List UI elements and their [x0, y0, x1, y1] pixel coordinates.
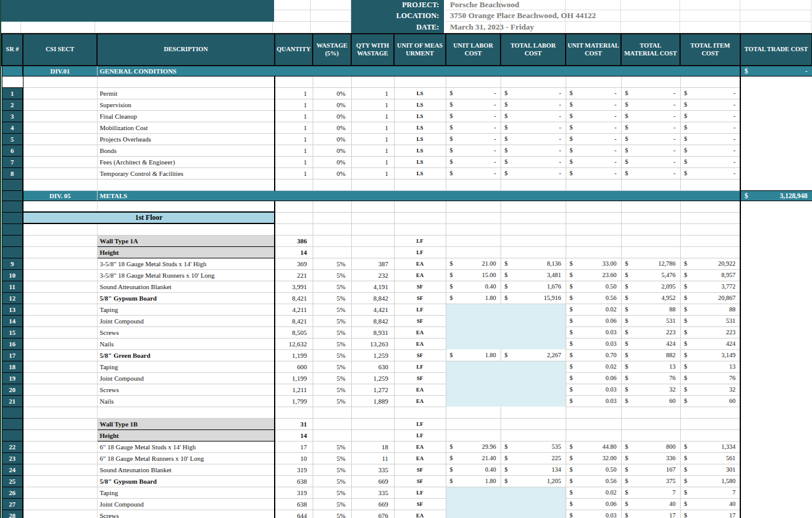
cell-quantity[interactable]: 600 — [275, 361, 313, 372]
cell-unit-material-cost[interactable]: $0.06 — [566, 372, 621, 384]
cell-unit-material-cost[interactable] — [566, 212, 621, 223]
cell-total-item-cost[interactable]: $76 — [680, 372, 740, 384]
cell-total-item-cost[interactable]: $- — [680, 87, 740, 99]
cell-description[interactable]: Screws — [97, 384, 275, 395]
spreadsheet-cell[interactable] — [1, 22, 21, 33]
cell-total-labor-cost[interactable]: $3,481 — [501, 269, 566, 281]
cell-total-item-cost[interactable] — [680, 76, 740, 87]
cell-unit-material-cost[interactable]: $0.50 — [566, 281, 621, 292]
cell-csi-sect[interactable] — [23, 349, 97, 361]
cell-total-item-cost[interactable]: $88 — [680, 304, 740, 315]
cell-csi-sect[interactable] — [23, 384, 97, 395]
cell-qty-with-wastage[interactable]: 1,889 — [351, 395, 394, 407]
cell-sr[interactable]: 13 — [2, 304, 23, 315]
cell-csi-sect[interactable] — [23, 418, 97, 429]
cell-subhead-label[interactable]: Height — [97, 429, 275, 441]
cell-total-item-cost[interactable]: $20,922 — [680, 258, 740, 269]
cell-labor-shaded[interactable] — [446, 498, 566, 510]
cell-total-item-cost[interactable] — [680, 246, 740, 258]
cell-sr[interactable]: 19 — [2, 372, 23, 384]
cell-total-labor-cost[interactable]: $- — [501, 167, 566, 179]
cell-description[interactable]: Mobilization Cost — [97, 122, 275, 133]
cell-total-item-cost[interactable]: $40 — [680, 498, 740, 510]
cell-sr[interactable]: 2 — [2, 99, 23, 110]
cell-quantity[interactable]: 8,421 — [275, 315, 313, 326]
cell-division-name[interactable]: GENERAL CONDITIONS — [97, 66, 740, 76]
cell-wastage[interactable]: 5% — [313, 464, 351, 475]
cell-sr[interactable]: 24 — [2, 464, 23, 475]
cell-total-item-cost[interactable]: $- — [680, 167, 740, 179]
cell-qty-with-wastage[interactable]: 1 — [351, 133, 394, 145]
cell-csi-sect[interactable] — [23, 76, 97, 87]
cell-description[interactable]: 6" 18 Gauge Metal Studs x 14' High — [97, 441, 275, 452]
cell-total-item-cost[interactable]: $1,334 — [680, 441, 740, 452]
cell-total-material-cost[interactable]: $12,786 — [621, 258, 680, 269]
cell-total-labor-cost[interactable] — [501, 179, 566, 190]
col-header-qty-with-wastage[interactable]: QTY WITH WASTAGE — [351, 34, 394, 66]
cell-unit-labor-cost[interactable]: $- — [446, 87, 501, 99]
cell-qty-with-wastage[interactable]: 387 — [351, 258, 394, 269]
cell-quantity[interactable]: 319 — [275, 487, 313, 498]
cell-qty-with-wastage[interactable] — [351, 179, 394, 190]
cell-wastage[interactable]: 0% — [313, 167, 351, 179]
cell-labor-shaded[interactable] — [446, 361, 566, 372]
cell-uom[interactable]: EA — [394, 510, 446, 518]
cell-wastage[interactable] — [313, 76, 351, 87]
cell-description[interactable]: 5/8" Green Board — [97, 349, 275, 361]
cell-unit-material-cost[interactable]: $- — [566, 156, 621, 167]
cell-total-trade-cost[interactable] — [740, 133, 812, 145]
cell-uom[interactable]: SF — [394, 475, 446, 487]
cell-total-labor-cost[interactable] — [501, 246, 566, 258]
cell-qty-with-wastage[interactable] — [351, 235, 394, 246]
cell-total-labor-cost[interactable] — [501, 235, 566, 246]
col-header-total-trade-cost[interactable]: TOTAL TRADE COST — [740, 34, 812, 66]
cell-wastage[interactable] — [313, 201, 351, 212]
cell-total-material-cost[interactable] — [621, 246, 680, 258]
cell-uom[interactable]: SF — [394, 292, 446, 304]
cell-total-trade-cost[interactable] — [740, 452, 812, 464]
cell-total-item-cost[interactable] — [680, 223, 740, 235]
cell-total-material-cost[interactable]: $- — [621, 145, 680, 156]
cell-total-item-cost[interactable]: $- — [680, 110, 740, 122]
cell-total-material-cost[interactable]: $167 — [621, 464, 680, 475]
cell-csi-sect[interactable] — [23, 145, 97, 156]
cell-subhead-label[interactable]: Height — [97, 246, 275, 258]
cell-uom[interactable]: LF — [394, 418, 446, 429]
cell-unit-labor-cost[interactable] — [446, 429, 501, 441]
cell-unit-labor-cost[interactable]: $1.80 — [446, 475, 501, 487]
cell-total-trade-cost[interactable] — [740, 179, 812, 190]
cell-quantity[interactable]: 319 — [275, 464, 313, 475]
cell-total-trade-cost[interactable] — [740, 315, 812, 326]
cell-qty-with-wastage[interactable]: 1 — [351, 87, 394, 99]
cell-total-item-cost[interactable]: $424 — [680, 338, 740, 349]
cell-wastage[interactable] — [313, 223, 351, 235]
cell-total-trade-cost[interactable] — [740, 304, 812, 315]
cell-sr[interactable]: 28 — [2, 510, 23, 518]
cell-total-trade-cost[interactable] — [740, 487, 812, 498]
cell-total-trade-cost[interactable] — [740, 76, 812, 87]
cell-description[interactable]: Taping — [97, 304, 275, 315]
cell-labor-shaded[interactable] — [446, 326, 566, 338]
cell-qty-with-wastage[interactable]: 1 — [351, 156, 394, 167]
cell-description[interactable]: Joint Compound — [97, 498, 275, 510]
cell-quantity[interactable]: 369 — [275, 258, 313, 269]
cell-csi-sect[interactable] — [23, 361, 97, 372]
cell-total-material-cost[interactable] — [621, 179, 680, 190]
cell-unit-material-cost[interactable]: $0.03 — [566, 384, 621, 395]
cell-sr[interactable]: 16 — [2, 338, 23, 349]
cell-quantity[interactable]: 1,199 — [275, 349, 313, 361]
cell-uom[interactable]: LF — [394, 487, 446, 498]
cell-sr[interactable]: 14 — [2, 315, 23, 326]
cell-uom[interactable]: LS — [394, 87, 446, 99]
cell-qty-with-wastage[interactable]: 1 — [351, 122, 394, 133]
cell-quantity[interactable]: 638 — [275, 498, 313, 510]
cell-uom[interactable]: EA — [394, 384, 446, 395]
cell-unit-material-cost[interactable]: $0.03 — [566, 326, 621, 338]
cell-unit-material-cost[interactable]: $0.02 — [566, 487, 621, 498]
cell-qty-with-wastage[interactable]: 1 — [351, 145, 394, 156]
cell-quantity[interactable]: 17 — [275, 441, 313, 452]
cell-total-material-cost[interactable]: $424 — [621, 338, 680, 349]
cell-csi-sect[interactable] — [23, 122, 97, 133]
cell-sr[interactable] — [2, 179, 23, 190]
cell-description[interactable]: Nails — [97, 338, 275, 349]
